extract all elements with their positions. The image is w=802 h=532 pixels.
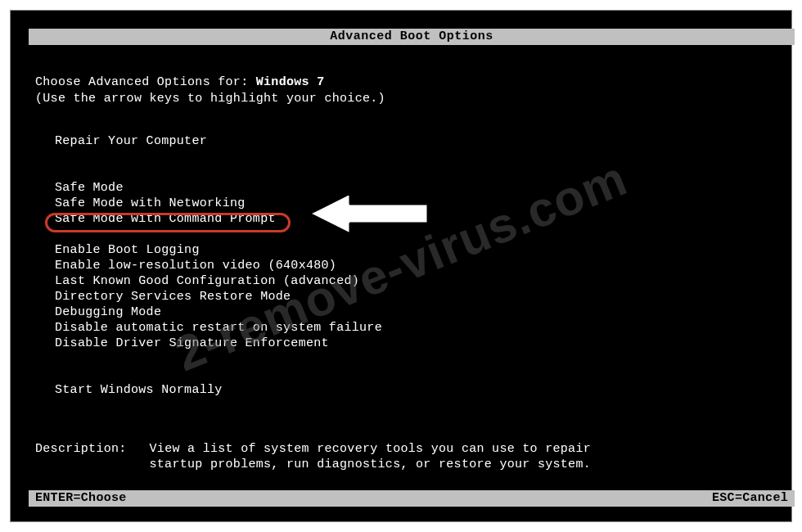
title-bar: Advanced Boot Options — [29, 29, 795, 45]
description-line2: startup problems, run diagnostics, or re… — [35, 458, 591, 471]
option-dsrm[interactable]: Directory Services Restore Mode — [53, 289, 384, 304]
description-label: Description: — [35, 442, 150, 456]
boot-screen: Advanced Boot Options Choose Advanced Op… — [10, 10, 792, 522]
option-low-res[interactable]: Enable low-resolution video (640x480) — [53, 258, 384, 273]
footer-bar: ENTER=Choose ESC=Cancel — [29, 490, 795, 507]
footer-esc: ESC=Cancel — [712, 490, 788, 507]
os-name: Windows 7 — [256, 75, 325, 89]
option-safe-mode[interactable]: Safe Mode — [53, 180, 384, 196]
option-disable-auto-restart[interactable]: Disable automatic restart on system fail… — [53, 320, 384, 336]
boot-options-list: Repair Your Computer Safe Mode Safe Mode… — [53, 133, 384, 398]
header-text: Choose Advanced Options for: Windows 7 (… — [35, 74, 385, 107]
option-safe-mode-networking[interactable]: Safe Mode with Networking — [53, 196, 384, 211]
title-text: Advanced Boot Options — [330, 29, 493, 43]
description-block: Description: View a list of system recov… — [35, 441, 591, 472]
option-debugging[interactable]: Debugging Mode — [53, 304, 384, 320]
nav-hint: (Use the arrow keys to highlight your ch… — [35, 92, 385, 106]
option-safe-mode-cmd[interactable]: Safe Mode with Command Prompt — [53, 211, 384, 227]
option-repair[interactable]: Repair Your Computer — [53, 133, 384, 149]
option-disable-sig-enforcement[interactable]: Disable Driver Signature Enforcement — [53, 336, 384, 351]
description-line1: View a list of system recovery tools you… — [150, 442, 591, 456]
prompt-prefix: Choose Advanced Options for: — [35, 75, 256, 89]
option-boot-logging[interactable]: Enable Boot Logging — [53, 242, 384, 258]
option-start-normally[interactable]: Start Windows Normally — [53, 382, 384, 398]
option-last-known-good[interactable]: Last Known Good Configuration (advanced) — [53, 273, 384, 289]
footer-enter: ENTER=Choose — [35, 490, 127, 507]
